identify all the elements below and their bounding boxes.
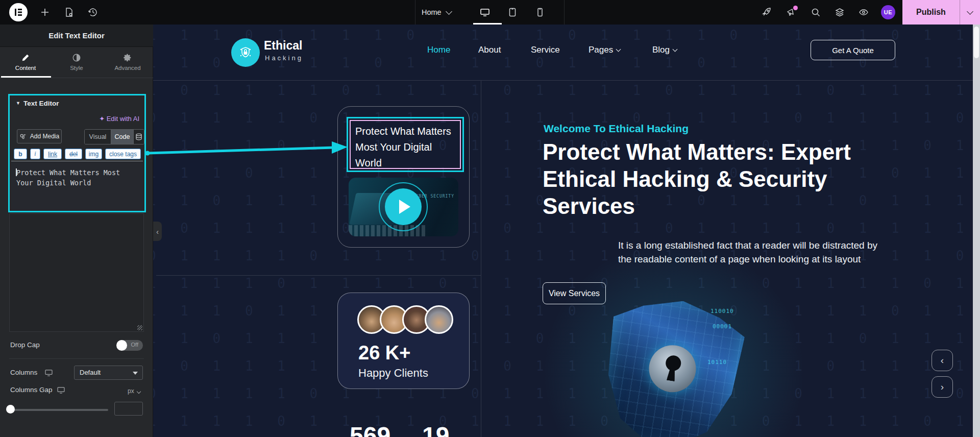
quicktag-img-button[interactable]: img [85, 149, 102, 159]
elementor-editor: Home [0, 0, 980, 437]
columns-select[interactable]: Default [74, 366, 143, 380]
site-logo[interactable] [231, 38, 260, 67]
edit-with-ai-link[interactable]: ✦ Edit with AI [99, 115, 139, 123]
hero-heading-line[interactable]: Services [543, 193, 635, 219]
chevron-down-icon [967, 8, 973, 15]
gear-icon [102, 53, 153, 63]
nav-about-label: About [478, 45, 501, 55]
columns-gap-input[interactable] [114, 402, 143, 416]
hero-side-card: Protect What Matters Most Your Digital W… [337, 106, 470, 248]
unit-selector[interactable]: px [128, 387, 140, 395]
quicktag-italic-button[interactable]: i [30, 149, 40, 159]
selected-text-widget[interactable]: Protect What Matters Most Your Digital W… [347, 117, 464, 172]
whats-new-megaphone-icon[interactable] [786, 7, 796, 17]
publish-options-button[interactable] [960, 0, 980, 25]
elementor-widget-panel: Edit Text Editor Content Style Advanced [0, 25, 153, 437]
tab-code[interactable]: Code [111, 130, 134, 144]
get-a-quote-button[interactable]: Get A Quote [811, 40, 895, 60]
toggle-knob [116, 340, 127, 351]
drop-cap-label: Drop Cap [10, 341, 40, 349]
hero-heading-line[interactable]: Ethical Hacking & Security [543, 166, 827, 192]
desktop-view-icon[interactable] [480, 7, 490, 17]
add-element-icon[interactable] [40, 7, 50, 17]
scrollbar[interactable] [973, 25, 980, 437]
tablet-view-icon[interactable] [507, 7, 518, 17]
finder-search-icon[interactable] [811, 7, 821, 17]
quicktag-link-button[interactable]: link [43, 149, 62, 159]
publish-button[interactable]: Publish [902, 8, 960, 17]
publish-group: Publish [902, 0, 980, 25]
happy-clients-card: 26 K+ Happy Clients [337, 293, 470, 389]
preview-eye-icon[interactable] [859, 7, 869, 17]
carousel-prev-button[interactable]: ‹ [932, 350, 953, 371]
tab-style[interactable]: Style [51, 47, 102, 78]
stat-number: 569 [350, 422, 390, 437]
avatar-initials: UE [884, 9, 892, 15]
scrollbar-thumb[interactable] [974, 27, 979, 58]
database-icon[interactable] [134, 130, 144, 144]
tab-content[interactable]: Content [0, 47, 51, 78]
play-icon [399, 200, 410, 214]
add-media-button[interactable]: Add Media [17, 129, 62, 143]
history-icon[interactable] [88, 7, 98, 17]
user-avatar[interactable]: UE [881, 5, 895, 19]
elementor-e-icon [14, 8, 23, 17]
quicktag-del-button[interactable]: del [65, 149, 82, 159]
editor-mode-tabs: Visual Code [84, 129, 144, 144]
nav-pages[interactable]: Pages [589, 45, 620, 55]
selected-text-content[interactable]: Protect What Matters Most Your Digital W… [350, 120, 461, 169]
document-switcher[interactable]: Home [422, 0, 451, 25]
play-button[interactable] [385, 188, 422, 225]
drop-cap-toggle[interactable]: Off [116, 340, 143, 351]
tab-advanced[interactable]: Advanced [102, 47, 153, 78]
active-device-underline [473, 23, 502, 25]
section-title[interactable]: ▼ Text Editor [16, 100, 59, 107]
launch-rocket-icon[interactable] [762, 7, 772, 17]
nav-home-label: Home [427, 45, 450, 55]
video-thumbnail[interactable]: CYBER SECURITY [349, 178, 458, 236]
tab-style-label: Style [51, 65, 102, 71]
pencil-icon [0, 53, 51, 63]
site-logo-title[interactable]: Ethical [264, 39, 302, 53]
chevron-down-icon [137, 390, 141, 394]
columns-gap-slider-knob[interactable] [6, 405, 15, 414]
quicktag-closetags-button[interactable]: close tags [105, 149, 141, 159]
add-media-label: Add Media [30, 133, 59, 140]
site-header: Ethical Hacking Home About Service Pages… [153, 25, 973, 81]
quicktag-bold-button[interactable]: b [14, 149, 27, 159]
top-toolbar: Home [0, 0, 980, 25]
chevron-down-icon [616, 47, 621, 52]
responsive-monitor-icon[interactable] [57, 387, 65, 394]
mobile-view-icon[interactable] [535, 7, 545, 17]
hero-eyebrow: Welcome To Ethical Hacking [544, 123, 689, 135]
columns-gap-label: Columns Gap [10, 386, 53, 394]
page-settings-icon[interactable] [64, 7, 74, 17]
binary-decor: 10110 [707, 359, 727, 366]
panel-collapse-button[interactable]: ‹ [153, 222, 162, 241]
columns-gap-slider-track[interactable] [9, 409, 108, 411]
nav-blog[interactable]: Blog [652, 45, 677, 55]
structure-layers-icon[interactable] [835, 7, 845, 17]
nav-home[interactable]: Home [427, 45, 450, 55]
tab-visual[interactable]: Visual [85, 130, 111, 144]
responsive-monitor-icon[interactable] [45, 370, 53, 376]
resize-grip-icon[interactable] [137, 325, 142, 330]
client-avatar [425, 305, 453, 334]
site-preview-canvas: 1 1 1 0 1 1 1 1 0 1 1 1 1 0 1 1 1 1 0 1 … [153, 25, 973, 437]
hero-heading-line[interactable]: Protect What Matters: Expert [543, 139, 851, 165]
collapse-caret-icon: ▼ [16, 101, 20, 106]
nav-service-label: Service [531, 45, 560, 55]
carousel-next-button[interactable]: › [932, 376, 953, 398]
elementor-logo[interactable] [9, 3, 28, 21]
shield-lock-icon [238, 45, 253, 60]
nav-service[interactable]: Service [531, 45, 560, 55]
nav-pages-label: Pages [589, 45, 613, 55]
panel-divider [9, 358, 144, 359]
nav-about[interactable]: About [478, 45, 501, 55]
code-editor-textarea[interactable]: Protect What Matters Most Your Digital W… [11, 161, 143, 211]
editor-textarea-extension[interactable] [9, 213, 144, 332]
site-logo-subtitle: Hacking [265, 54, 303, 62]
tabs-divider [0, 78, 153, 78]
clients-count: 26 K+ [358, 342, 410, 364]
column-divider [481, 81, 481, 437]
